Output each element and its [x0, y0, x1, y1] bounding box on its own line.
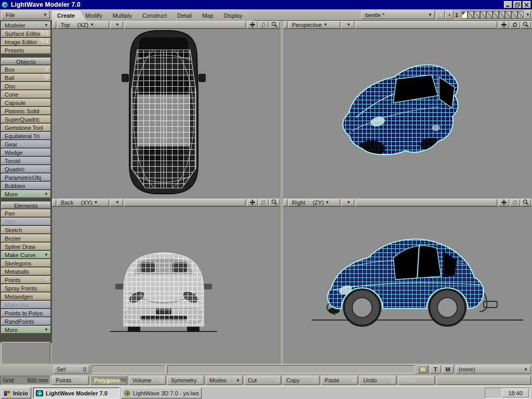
sidebar-item-spline-draw[interactable]: Spline Draw [1, 243, 51, 250]
sidebar-item-metaedges[interactable]: Metaedges [1, 292, 51, 300]
sidebar-item-make-curve[interactable]: Make Curve▼ [1, 251, 51, 259]
sidebar-item-parametricobj[interactable]: ParametricObj [1, 174, 51, 181]
points-button[interactable]: Points^G [52, 376, 89, 385]
chevron-down-icon: ▼ [347, 22, 351, 27]
sidebar-item-points-to-polys[interactable]: Points to Polys [1, 309, 51, 317]
sidebar-item-bezier[interactable]: Bezier [1, 234, 51, 242]
viewport-corner-handle[interactable] [284, 199, 287, 206]
viewport-corner-handle[interactable] [52, 199, 56, 206]
layer-cell-5[interactable] [486, 11, 493, 19]
viewport-canvas-perspective[interactable] [283, 29, 532, 198]
rotate-icon[interactable] [510, 21, 520, 29]
sidebar-item-wedge[interactable]: Wedge [1, 149, 51, 156]
viewport-type-dropdown-top[interactable]: Top(XZ)▼ [57, 21, 109, 29]
zoom-icon[interactable] [269, 199, 280, 206]
paste-button[interactable]: Pastev [321, 376, 358, 385]
viewport-type-dropdown-perspective[interactable]: Perspective▼ [288, 21, 340, 29]
next-object-button[interactable]: › [445, 10, 454, 19]
viewport-style-dropdown-top[interactable]: ▼ [110, 21, 123, 29]
sidebar-item-quadric[interactable]: Quadric [1, 165, 51, 173]
pan-icon[interactable] [247, 199, 258, 206]
sidebar-item-capsule[interactable]: Capsule [1, 99, 51, 107]
zoom-icon[interactable] [521, 199, 531, 206]
undo-button[interactable]: Undou [360, 376, 396, 385]
sidebar-item-gemstone-tool[interactable]: Gemstone Tool [1, 124, 51, 131]
layer-cell-8[interactable] [505, 11, 511, 19]
copy-button[interactable]: Copyc [283, 376, 320, 385]
prev-object-button[interactable]: ‹ [436, 10, 445, 19]
sidebar-item-ball[interactable]: BallO [1, 74, 51, 82]
zoom-icon[interactable] [521, 21, 531, 29]
layer-cell-1[interactable] [461, 11, 468, 19]
viewport-type-dropdown-right[interactable]: Right(ZY)▼ [288, 199, 340, 206]
polygons-button[interactable]: Polygons^H [90, 376, 127, 385]
sidebar-item-sketch[interactable]: Sketch [1, 226, 51, 234]
symmetry-button[interactable]: SymmetryY [167, 376, 204, 385]
sidebar-item-surface-editor[interactable]: Surface Editor^F3 [1, 30, 51, 37]
restore-button[interactable] [513, 1, 522, 8]
sidebar-item-bubbles[interactable]: Bubbles [1, 182, 51, 190]
layer-cell-9[interactable] [511, 11, 517, 19]
pan-icon[interactable] [499, 21, 509, 29]
viewport-canvas-top[interactable] [52, 29, 281, 198]
sidebar-item-spray-points[interactable]: Spray Points [1, 284, 51, 292]
viewport-style-dropdown-right[interactable]: ▼ [341, 199, 354, 206]
sidebar-item-superquadric[interactable]: SuperQuadric [1, 115, 51, 123]
layer-cell-7[interactable] [499, 11, 505, 19]
taskbar-task-modeler[interactable]: LightWave Modeler 7.0 [33, 388, 119, 398]
sidebar-item-equilateral-tri[interactable]: Equilateral Tri [1, 132, 51, 140]
cut-button[interactable]: Cutx [244, 376, 281, 385]
viewport-canvas-right[interactable] [283, 207, 532, 364]
sidebar-item-toroid[interactable]: Toroid [1, 157, 51, 165]
layer-cell-3[interactable] [474, 11, 480, 19]
surface-mode-w[interactable]: W [417, 365, 429, 374]
tab-display[interactable]: Display [219, 10, 254, 21]
taskbar-task-layout[interactable]: LightWave 3D 7.0 - yo.lws [122, 388, 202, 398]
minimize-button[interactable] [504, 1, 512, 8]
sidebar-item-image-editor[interactable]: Image Editor^F4 [1, 38, 51, 46]
surface-mode-m[interactable]: M [442, 365, 454, 374]
sidebar-item-more[interactable]: More▼ [1, 326, 51, 334]
sidebar-item-disc[interactable]: Disc [1, 82, 51, 90]
layer-options-dropdown[interactable]: ▼ [524, 10, 531, 19]
pan-icon[interactable] [247, 21, 258, 29]
sidebar-item-presets[interactable]: Presets [1, 46, 51, 54]
windows-logo-icon [4, 390, 11, 396]
grid-size-indicator: Grid:500 mm [0, 376, 50, 385]
sidebar-item-platonic-solid[interactable]: Platonic Solid [1, 107, 51, 115]
viewport-corner-handle[interactable] [284, 21, 287, 29]
surface-mode-t[interactable]: T [430, 365, 441, 374]
volume-button[interactable]: Volume^J [129, 376, 166, 385]
sidebar-item-box[interactable]: BoxX [1, 65, 51, 73]
object-selector[interactable]: beetle *▼ [361, 10, 435, 19]
sidebar-item-metaballs[interactable]: Metaballs [1, 268, 51, 275]
layer-cell-2[interactable] [468, 11, 474, 19]
pan-icon[interactable] [499, 199, 509, 206]
modes-button[interactable]: Modes▼ [206, 376, 243, 385]
viewport-corner-handle[interactable] [52, 21, 56, 29]
sidebar-item-gear[interactable]: Gear [1, 140, 51, 148]
viewport-style-dropdown-back[interactable]: ▼ [110, 199, 123, 206]
layer-cell-4[interactable] [480, 11, 486, 19]
sidebar-item-pen[interactable]: Pen [1, 209, 51, 217]
taskbar-clock: 18:40 [502, 389, 529, 397]
close-button[interactable] [523, 1, 531, 8]
zoom-icon[interactable] [269, 21, 280, 29]
viewport-canvas-back[interactable] [52, 207, 281, 364]
sidebar-item-randpoints[interactable]: RandPoints [1, 317, 51, 325]
layer-cell-6[interactable] [493, 11, 499, 19]
sidebar-item-skelegons[interactable]: Skelegons [1, 259, 51, 267]
sidebar-item-cone[interactable]: Cone [1, 90, 51, 98]
sidebar-item-more[interactable]: More▼ [1, 190, 51, 198]
viewport-type-dropdown-back[interactable]: Back(XY)▼ [57, 199, 109, 206]
chevron-down-icon: ▼ [325, 200, 329, 205]
start-button[interactable]: Inicio [1, 388, 31, 398]
modeler-dropdown[interactable]: Modeler▼ [1, 21, 51, 29]
viewport-style-dropdown-perspective[interactable]: ▼ [341, 21, 354, 29]
surface-name-dropdown[interactable]: (none)▼ [456, 365, 531, 374]
beetle-perspective-model [283, 29, 532, 198]
layer-cell-10[interactable] [517, 11, 524, 19]
shortcut-label: x [276, 378, 278, 383]
sidebar-item-points[interactable]: Points+ [1, 276, 51, 284]
file-menu-button[interactable]: File▼ [2, 10, 50, 19]
